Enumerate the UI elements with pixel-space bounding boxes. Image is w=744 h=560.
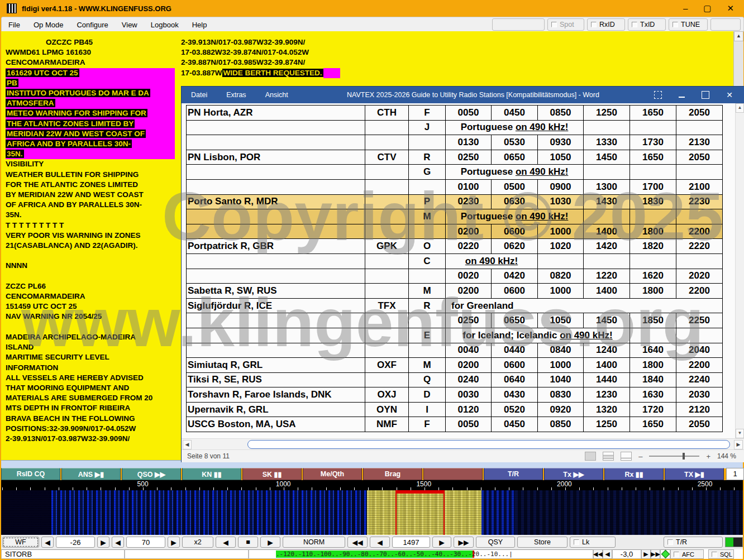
table-row: GPortuguese on 490 kHz! [187,165,723,180]
ribbon-display-icon[interactable] [654,91,662,99]
sql-toggle[interactable]: SQL [708,549,734,559]
waterfall-carrier-marker[interactable] [395,490,445,538]
menu-help[interactable]: Help [185,17,214,32]
broadcast-time-cell: 1700 [630,179,676,194]
blank-button[interactable] [492,18,545,31]
menu-configure[interactable]: Configure [70,17,115,32]
note-underlined-text: on 490 kHz! [516,166,568,177]
macro-button-sk[interactable]: SK ▮▮ [242,468,302,480]
word-maximize-icon[interactable] [702,91,709,99]
signal-range-value[interactable]: 70 [126,537,165,548]
wf-mode-button[interactable]: WF [2,537,39,548]
snr-up-fast-icon[interactable]: ▶▶ [651,549,660,559]
signal-level-value[interactable]: -26 [56,537,95,548]
broadcast-time-cell: 1230 [584,387,630,403]
print-layout-icon[interactable] [603,452,614,461]
broadcast-time-cell: 1420 [584,239,630,254]
scroll-right-icon[interactable]: ▶ [734,440,743,449]
zoom-slider-thumb[interactable] [683,453,685,460]
level-slider[interactable] [725,537,743,547]
minimize-button[interactable]: – [683,3,688,13]
wf-magnification-button[interactable]: x2 [182,537,213,548]
broadcast-time-cell: 2050 [676,106,723,121]
spot-toggle[interactable]: Spot [547,18,584,31]
scroll-up-icon[interactable]: ▲ [736,103,744,113]
read-mode-icon[interactable] [585,452,596,461]
close-button[interactable]: ✕ [727,3,734,13]
macro-button-t-r[interactable]: T/R [484,468,543,480]
broadcast-time-cell: 0420 [492,269,538,284]
zoom-out-button[interactable]: – [638,452,642,461]
broadcast-time-cell: 1650 [630,150,676,165]
word-close-icon[interactable]: ✕ [726,92,733,98]
raise-signal-range-icon[interactable]: ▶ [168,537,180,548]
raise-signal-level-icon[interactable]: ▶ [97,537,109,548]
store-button[interactable]: Store [517,537,567,548]
macro-button-qso[interactable]: QSO ▶▶ [122,468,181,480]
tune-button[interactable]: TUNE [669,18,708,31]
freq-up-fast-icon[interactable]: ▶▶ [454,537,474,548]
macro-button-tx[interactable]: TX ▶▮ [665,468,724,480]
word-vscrollbar[interactable]: ▲ ▼ [735,103,744,438]
macro-button-ans[interactable]: ANS ▶▮ [61,468,121,480]
audio-frequency-value[interactable]: 1497 [392,537,430,548]
id-letter-cell: R [409,150,446,165]
rx-scrollbar[interactable]: ▲ [733,31,743,87]
broadcast-time-cell: 1040 [538,372,584,387]
macro-set-counter[interactable]: 1 [726,468,744,480]
freq-down-fast-icon[interactable]: ◀◀ [347,537,368,548]
snr-down-fast-icon[interactable]: ◀◀ [593,549,603,559]
blank-button[interactable] [710,18,741,31]
menu-view[interactable]: View [115,17,144,32]
macro-button-rx[interactable]: Rx ▮▮ [604,468,664,480]
word-menu-datei[interactable]: Datei [182,91,217,99]
scroll-wf-left-icon[interactable]: ◀ [216,537,236,548]
word-hscrollbar[interactable]: ◀ ▶ [182,438,744,450]
word-minimize-icon[interactable] [679,93,685,98]
waterfall-display[interactable] [1,490,743,535]
snr-value[interactable]: -3,0 [612,549,641,559]
wf-speed-button[interactable]: NORM [283,537,345,548]
qsy-button[interactable]: QSY [476,537,515,548]
lower-signal-range-icon[interactable]: ◀ [112,537,124,548]
scroll-wf-right-icon[interactable]: ▶ [260,537,280,548]
menu-logbook[interactable]: Logbook [144,17,185,32]
web-layout-icon[interactable] [621,452,632,461]
zoom-slider[interactable] [649,456,699,457]
tr-toggle[interactable]: T/R [664,537,723,548]
zoom-in-button[interactable]: + [706,452,710,461]
scroll-up-icon[interactable]: ▲ [734,31,743,41]
afc-toggle[interactable]: AFC [670,549,704,559]
macro-button-kn[interactable]: KN ▮▮ [182,468,241,480]
page-indicator[interactable]: Seite 8 von 11 [182,452,230,460]
station-name-cell: Portpatrick R, GBR [187,239,365,254]
maximize-button[interactable]: ▢ [703,3,711,13]
txid-toggle[interactable]: TxID [628,18,666,31]
word-menu-extras[interactable]: Extras [217,91,255,99]
macro-button-rsid[interactable]: RsID CQ [1,468,60,480]
hscroll-thumb[interactable] [247,440,730,449]
snr-down-icon[interactable]: ◀ [603,549,612,559]
lock-toggle[interactable]: Lk [570,537,616,548]
snr-up-icon[interactable]: ▶ [641,549,651,559]
word-title-bar[interactable]: DateiExtrasAnsicht NAVTEX 2025-2026 Guid… [182,87,744,103]
rxid-toggle[interactable]: RxID [587,18,625,31]
freq-down-icon[interactable]: ◀ [370,537,390,548]
macro-button-empty[interactable] [423,468,483,480]
table-row: Portpatrick R, GBRGPKO022006201020142018… [187,239,723,254]
freq-up-icon[interactable]: ▶ [432,537,451,548]
station-name-cell: PN Lisbon, POR [187,150,365,165]
wf-center-stop-icon[interactable]: ■ [238,537,258,548]
scroll-down-icon[interactable]: ▼ [736,429,744,438]
mode-indicator[interactable]: SITORB [1,549,125,559]
scroll-left-icon[interactable]: ◀ [183,440,192,449]
station-name-cell: USCG Boston, MA, USA [187,417,365,432]
menu-op-mode[interactable]: Op Mode [27,17,70,32]
zoom-level[interactable]: 144 % [717,452,736,460]
lower-signal-level-icon[interactable]: ◀ [41,537,54,548]
menu-file[interactable]: File [2,17,27,32]
macro-button-tx[interactable]: Tx ▶▶ [544,468,603,480]
macro-button-me-qth[interactable]: Me/Qth [303,468,362,480]
word-menu-ansicht[interactable]: Ansicht [256,91,298,99]
macro-button-brag[interactable]: Brag [363,468,422,480]
